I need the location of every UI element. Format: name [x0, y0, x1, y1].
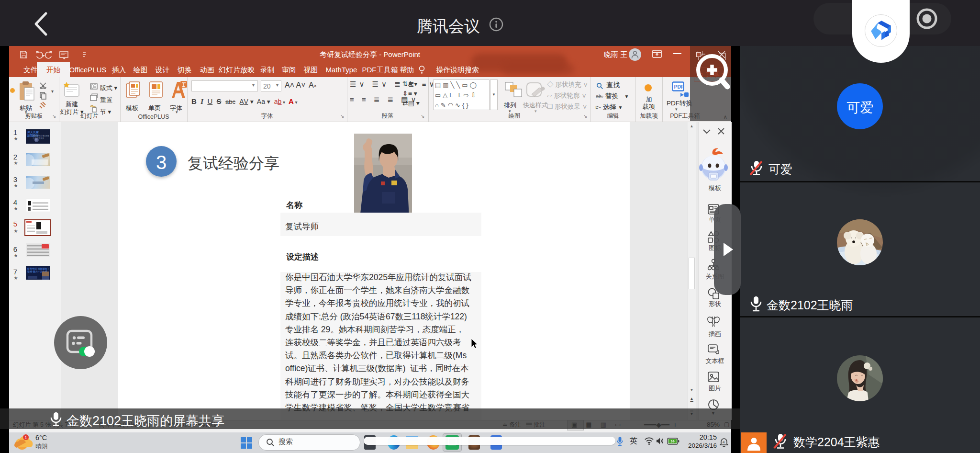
svg-text:1: 1	[25, 435, 27, 440]
svg-text:4: 4	[723, 440, 725, 444]
svg-text:PDF: PDF	[674, 84, 685, 90]
